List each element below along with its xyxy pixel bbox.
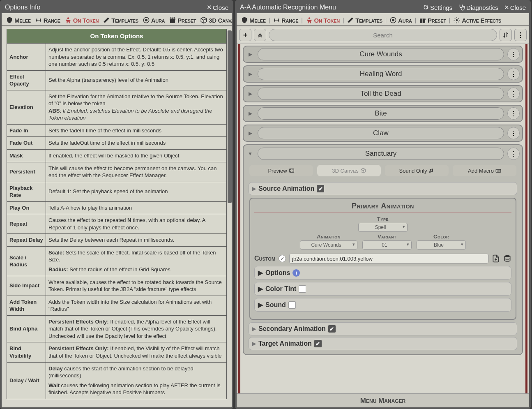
preview-button[interactable]: Preview (249, 165, 313, 176)
search-input[interactable] (269, 29, 497, 41)
scrollbar-thumb[interactable] (228, 30, 232, 203)
secondary-animation-section[interactable]: ▶ Secondary Animation ✔ (249, 322, 517, 335)
tab-aura[interactable]: Aura (141, 15, 166, 25)
target-animation-section[interactable]: ▶ Target Animation ✔ (249, 337, 517, 350)
sound-only-button[interactable]: Sound Only (385, 165, 449, 176)
close-button[interactable]: ✕ Close (504, 4, 526, 11)
item-menu-button[interactable]: ⋮ (507, 148, 520, 160)
add-button[interactable]: ＋ (239, 29, 251, 41)
option-desc: Adds the Token width into the Size calcu… (46, 296, 227, 315)
info-icon[interactable]: i (292, 269, 300, 277)
type-select[interactable]: Spell (358, 223, 408, 232)
item-title[interactable]: Bite (258, 107, 504, 120)
tab-on-token[interactable]: On Token (304, 15, 341, 25)
tab-melee[interactable]: Melee (239, 15, 267, 25)
item-title[interactable]: Toll the Dead (258, 88, 504, 100)
tab-melee[interactable]: Melee (4, 15, 32, 25)
footer-menu-manager[interactable]: Menu Manager (237, 393, 529, 407)
item-menu-button[interactable]: ⋮ (507, 107, 520, 120)
option-desc: Where available, causes the effect to be… (46, 276, 227, 296)
custom-toggle[interactable] (279, 255, 286, 262)
options-section-title: On Token Options (7, 29, 227, 43)
item-row: ▶ Healing Word ⋮ (243, 65, 523, 83)
variant-select[interactable]: 01 (362, 240, 412, 250)
sort-button[interactable] (500, 29, 512, 41)
item-title[interactable]: Healing Word (258, 68, 504, 80)
sort-icon (502, 32, 509, 38)
item-menu-button[interactable]: ⋮ (507, 68, 520, 80)
option-name: Repeat (7, 214, 46, 234)
custom-path-input[interactable] (289, 254, 488, 263)
item-title[interactable]: Claw (258, 127, 504, 139)
option-row: Playback RateDefault 1: Set the playback… (7, 182, 227, 201)
menu-button[interactable]: ⋮ (514, 29, 527, 41)
option-desc: Causes the effect to be repeated N times… (46, 214, 227, 234)
option-name: Repeat Delay (7, 234, 46, 247)
add-macro-button[interactable]: Add Macro (453, 165, 516, 176)
import-file-icon[interactable] (492, 254, 500, 263)
range-icon (35, 16, 42, 24)
diagnostics-button[interactable]: Diagnostics (458, 4, 498, 11)
tab-range[interactable]: Range (271, 15, 300, 25)
close-button[interactable]: ✕ Close (207, 4, 228, 11)
custom-label: Custom (254, 255, 275, 262)
option-desc: Persistent Effects Only: If enabled, the… (46, 315, 227, 342)
window-title: A-A Automatic Recognition Menu (240, 4, 336, 11)
expand-button[interactable]: ▶ (246, 109, 254, 118)
tab-aura[interactable]: Aura (388, 15, 413, 25)
aura-icon (143, 16, 150, 24)
collapse-button[interactable]: ▼ (246, 150, 254, 158)
3d-canvas-button[interactable]: 3D Canvas (317, 165, 381, 176)
checkbox-empty[interactable] (288, 301, 296, 309)
option-name: Effect Opacity (7, 70, 46, 90)
tab-3d-canvas[interactable]: 3D Canvas (198, 15, 232, 25)
options-table: AnchorAdjust the anchor position of the … (7, 43, 227, 399)
tab-preset[interactable]: Preset (167, 15, 198, 25)
recognition-menu-window: A-A Automatic Recognition Menu Settings … (235, 0, 531, 409)
item-title[interactable]: Cure Wounds (258, 48, 504, 60)
color-tint-subsection[interactable]: ▶ Color Tint (254, 282, 511, 296)
primary-animation-box: Primary Animation TypeSpell AnimationCur… (249, 198, 516, 320)
collapse-all-button[interactable] (254, 29, 266, 41)
svg-point-12 (392, 19, 394, 21)
film-icon (289, 168, 295, 173)
tab-templates[interactable]: Templates (101, 15, 140, 25)
item-menu-button[interactable]: ⋮ (507, 48, 520, 60)
tab-active-effects[interactable]: Active Effects (451, 15, 503, 25)
gift-icon (169, 16, 176, 24)
source-animation-section[interactable]: ▶ Source Animation ✔ (249, 182, 517, 195)
animation-select[interactable]: Cure Wounds (300, 240, 357, 250)
tab-on-token[interactable]: On Token (63, 15, 100, 25)
chevron-double-up-icon (257, 32, 263, 38)
item-menu-button[interactable]: ⋮ (507, 127, 520, 139)
option-row: Repeat DelaySets the Delay between each … (7, 234, 227, 247)
expand-button[interactable]: ▶ (246, 129, 254, 137)
tab-templates[interactable]: Templates (345, 15, 384, 25)
item-menu-button[interactable]: ⋮ (507, 88, 520, 100)
checkbox-empty[interactable] (299, 285, 306, 293)
database-icon[interactable] (503, 254, 511, 263)
checkbox-icon[interactable]: ✔ (314, 340, 322, 347)
tab-preset[interactable]: Preset (417, 15, 448, 25)
options-info-window: Options Info ✕ Close Melee Range On Toke… (0, 0, 233, 409)
item-title[interactable]: Sanctuary (258, 148, 504, 160)
option-desc: Set the Alpha (transparency) level of th… (46, 70, 227, 90)
tabs-left: Melee Range On Token Templates Aura Pres… (2, 13, 232, 26)
option-row: Bind VisibilityPersistent Effects Only: … (7, 342, 227, 362)
checkbox-icon[interactable]: ✔ (328, 325, 336, 333)
checkbox-icon[interactable]: ✔ (317, 185, 324, 192)
tab-range[interactable]: Range (33, 15, 62, 25)
color-select[interactable]: Blue (417, 240, 466, 250)
option-desc: Sets the Delay between each Repeat in mi… (46, 234, 227, 247)
expand-button[interactable]: ▶ (246, 50, 254, 58)
expand-button[interactable]: ▶ (246, 70, 254, 78)
cube-icon (360, 168, 366, 173)
options-subsection[interactable]: ▶ Options i (254, 266, 511, 280)
sound-subsection[interactable]: ▶ Sound (254, 298, 511, 312)
option-row: Add Token WidthAdds the Token width into… (7, 296, 227, 315)
svg-point-2 (67, 17, 69, 19)
expand-button[interactable]: ▶ (246, 90, 254, 98)
option-row: AnchorAdjust the anchor position of the … (7, 44, 227, 71)
shield-icon (241, 16, 248, 24)
settings-button[interactable]: Settings (422, 4, 452, 11)
